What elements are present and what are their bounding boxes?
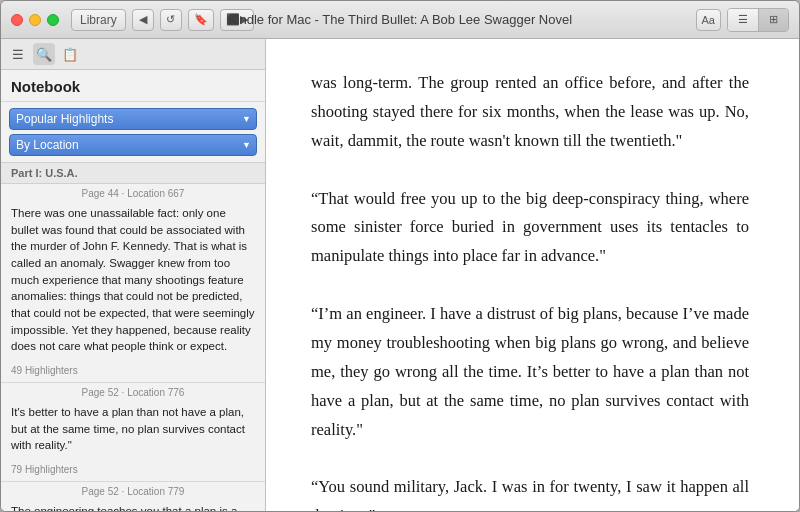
titlebar: Library ◀ ↺ 🔖 ⬛▶ Kindle for Mac - The Th…	[1, 1, 799, 39]
single-page-view[interactable]: ☰	[728, 9, 758, 31]
reading-text: was long-term. The group rented an offic…	[311, 69, 749, 511]
reading-paragraph-1: was long-term. The group rented an offic…	[311, 69, 749, 156]
menu-icon[interactable]: ☰	[7, 43, 29, 65]
main-area: ☰ 🔍 📋 Notebook Popular Highlights ▼ By L…	[1, 39, 799, 511]
highlight-item-3[interactable]: Page 52 · Location 779 The engineering t…	[1, 482, 265, 511]
view-segment: ☰ ⊞	[727, 8, 789, 32]
popular-highlights-select[interactable]: Popular Highlights	[9, 108, 257, 130]
note-icon[interactable]: 📋	[59, 43, 81, 65]
two-page-view[interactable]: ⊞	[758, 9, 788, 31]
view-controls: Aa ☰ ⊞	[696, 8, 789, 32]
by-location-dropdown[interactable]: By Location ▼	[9, 134, 257, 156]
highlight-text-1: There was one unassailable fact: only on…	[1, 201, 265, 363]
library-button[interactable]: Library	[71, 9, 126, 31]
close-button[interactable]	[11, 14, 23, 26]
titlebar-controls: Library ◀ ↺ 🔖 ⬛▶	[71, 9, 254, 31]
window-title: Kindle for Mac - The Third Bullet: A Bob…	[228, 12, 572, 27]
highlights-list[interactable]: Page 44 · Location 667 There was one una…	[1, 184, 265, 511]
reading-pane[interactable]: was long-term. The group rented an offic…	[266, 39, 799, 511]
bookmark-button[interactable]: 🔖	[188, 9, 214, 31]
back-button[interactable]: ◀	[132, 9, 154, 31]
maximize-button[interactable]	[47, 14, 59, 26]
popular-highlights-dropdown[interactable]: Popular Highlights ▼	[9, 108, 257, 130]
notebook-title: Notebook	[1, 70, 265, 102]
highlight-count-1: 49 Highlighters	[1, 363, 265, 382]
highlight-meta-3: Page 52 · Location 779	[1, 482, 265, 499]
reading-paragraph-3: “I’m an engineer. I have a distrust of b…	[311, 271, 749, 444]
minimize-button[interactable]	[29, 14, 41, 26]
by-location-select[interactable]: By Location	[9, 134, 257, 156]
highlight-text-2: It's better to have a plan than not have…	[1, 400, 265, 462]
highlight-text-3: The engineering teaches you that a plan …	[1, 499, 265, 511]
reading-paragraph-4: “You sound military, Jack. I was in for …	[311, 444, 749, 511]
highlight-item-1[interactable]: Page 44 · Location 667 There was one una…	[1, 184, 265, 383]
search-icon[interactable]: 🔍	[33, 43, 55, 65]
sidebar-toolbar: ☰ 🔍 📋	[1, 39, 265, 70]
font-button[interactable]: Aa	[696, 9, 721, 31]
reading-paragraph-2: “That would free you up to the big deep-…	[311, 156, 749, 272]
highlight-meta-2: Page 52 · Location 776	[1, 383, 265, 400]
highlight-item-2[interactable]: Page 52 · Location 776 It's better to ha…	[1, 383, 265, 482]
sidebar-dropdowns: Popular Highlights ▼ By Location ▼	[1, 102, 265, 163]
highlight-count-2: 79 Highlighters	[1, 462, 265, 481]
section-header: Part I: U.S.A.	[1, 163, 265, 184]
sidebar: ☰ 🔍 📋 Notebook Popular Highlights ▼ By L…	[1, 39, 266, 511]
highlight-meta-1: Page 44 · Location 667	[1, 184, 265, 201]
app-window: Library ◀ ↺ 🔖 ⬛▶ Kindle for Mac - The Th…	[0, 0, 800, 512]
refresh-button[interactable]: ↺	[160, 9, 182, 31]
traffic-lights	[11, 14, 59, 26]
